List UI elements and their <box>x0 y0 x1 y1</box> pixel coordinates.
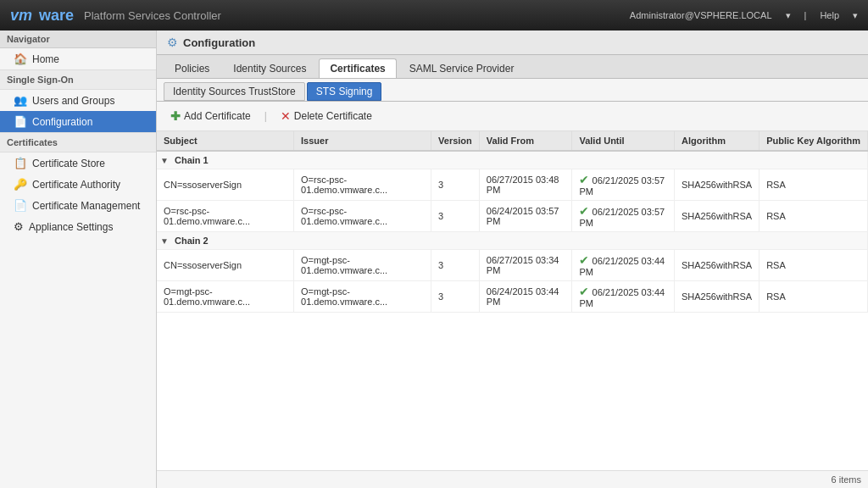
col-issuer: Issuer <box>294 131 431 151</box>
cell-algorithm: SHA256withRSA <box>674 201 759 232</box>
sub-tab-bar: Identity Sources TrustStore STS Signing <box>157 79 868 102</box>
sidebar-label-cert-mgmt: Certificate Management <box>32 200 140 212</box>
delete-icon: ✕ <box>281 109 291 123</box>
chain-row-1[interactable]: ▼ Chain 1 <box>157 151 868 169</box>
header-right: Administrator@VSPHERE.LOCAL ▾ | Help ▾ <box>630 10 858 21</box>
cell-valid-until: ✔ 06/21/2025 03:44 PM <box>572 281 675 313</box>
add-certificate-button[interactable]: ✚ Add Certificate <box>164 107 258 125</box>
sidebar-label-home: Home <box>32 53 59 65</box>
table-row[interactable]: CN=ssoserverSign O=mgt-psc-01.demo.vmwar… <box>157 250 868 281</box>
cell-issuer: O=mgt-psc-01.demo.vmware.c... <box>294 250 431 281</box>
table-row[interactable]: O=rsc-psc-01.demo.vmware.c... O=rsc-psc-… <box>157 201 868 232</box>
cell-valid-from: 06/24/2015 03:57 PM <box>479 201 572 232</box>
table-row[interactable]: CN=ssoserverSign O=rsc-psc-01.demo.vmwar… <box>157 169 868 201</box>
status-ok-icon: ✔ <box>579 285 589 298</box>
config-icon: 📄 <box>14 115 27 128</box>
toolbar: ✚ Add Certificate | ✕ Delete Certificate <box>157 102 868 131</box>
sidebar-label-appliance: Appliance Settings <box>29 221 113 233</box>
toolbar-separator: | <box>264 110 267 122</box>
vm-icon: vm <box>10 7 32 25</box>
help-link[interactable]: Help <box>820 10 839 20</box>
main-layout: Navigator 🏠 Home Single Sign-On 👥 Users … <box>0 30 868 488</box>
sidebar-label-cert-auth: Certificate Authority <box>32 179 120 191</box>
expand-icon[interactable]: ▼ <box>160 236 169 246</box>
cell-algorithm: SHA256withRSA <box>674 281 759 313</box>
sidebar-item-configuration[interactable]: 📄 Configuration <box>0 111 156 132</box>
table-row[interactable]: O=mgt-psc-01.demo.vmware.c... O=mgt-psc-… <box>157 281 868 313</box>
cert-mgmt-icon: 📄 <box>14 199 27 212</box>
cell-algorithm: SHA256withRSA <box>674 250 759 281</box>
col-version: Version <box>431 131 480 151</box>
content-area: ⚙ Configuration Policies Identity Source… <box>157 30 868 488</box>
sidebar-group-sso: Single Sign-On <box>0 69 156 90</box>
delete-certificate-button[interactable]: ✕ Delete Certificate <box>274 107 379 125</box>
cell-valid-until: ✔ 06/21/2025 03:57 PM <box>572 169 675 201</box>
col-valid-until: Valid Until <box>572 131 675 151</box>
sidebar-item-users-groups[interactable]: 👥 Users and Groups <box>0 90 156 111</box>
status-ok-icon: ✔ <box>579 173 589 186</box>
sidebar-label-configuration: Configuration <box>32 116 92 128</box>
certificate-table-container: Subject Issuer Version Valid From Valid … <box>157 131 868 470</box>
cell-version: 3 <box>431 281 480 313</box>
sub-tab-sts-signing[interactable]: STS Signing <box>307 82 382 101</box>
cell-valid-until: ✔ 06/21/2025 03:57 PM <box>572 201 675 232</box>
tab-policies[interactable]: Policies <box>164 58 220 78</box>
cell-public-key: RSA <box>760 169 868 201</box>
cell-version: 3 <box>431 201 480 232</box>
top-header: vmware Platform Services Controller Admi… <box>0 0 868 30</box>
add-icon: ✚ <box>170 109 181 123</box>
cell-public-key: RSA <box>760 250 868 281</box>
tab-bar: Policies Identity Sources Certificates S… <box>157 55 868 79</box>
sidebar-group-certificates: Certificates <box>0 132 156 152</box>
col-algorithm: Algorithm <box>674 131 759 151</box>
expand-icon[interactable]: ▼ <box>160 156 169 165</box>
sub-tab-identity-truststore[interactable]: Identity Sources TrustStore <box>164 82 305 101</box>
cell-valid-from: 06/24/2015 03:44 PM <box>479 281 572 313</box>
status-ok-icon: ✔ <box>579 253 589 267</box>
table-header-row: Subject Issuer Version Valid From Valid … <box>157 131 868 151</box>
cell-valid-from: 06/27/2015 03:34 PM <box>479 250 572 281</box>
cell-algorithm: SHA256withRSA <box>674 169 759 201</box>
col-valid-from: Valid From <box>479 131 572 151</box>
cell-issuer: O=rsc-psc-01.demo.vmware.c... <box>294 201 431 232</box>
cell-subject: CN=ssoserverSign <box>157 169 294 201</box>
table-body: ▼ Chain 1 CN=ssoserverSign O=rsc-psc-01.… <box>157 151 868 313</box>
sidebar-label-users-groups: Users and Groups <box>32 95 114 107</box>
cert-store-icon: 📋 <box>14 157 27 169</box>
user-link[interactable]: Administrator@VSPHERE.LOCAL <box>630 10 772 20</box>
cell-valid-until: ✔ 06/21/2025 03:44 PM <box>572 250 675 281</box>
sidebar-item-certificate-authority[interactable]: 🔑 Certificate Authority <box>0 174 156 195</box>
cell-issuer: O=rsc-psc-01.demo.vmware.c... <box>294 169 431 201</box>
navigator-header: Navigator <box>0 30 156 48</box>
users-icon: 👥 <box>14 94 27 107</box>
cell-subject: O=mgt-psc-01.demo.vmware.c... <box>157 281 294 313</box>
sidebar-item-appliance-settings[interactable]: ⚙ Appliance Settings <box>0 216 156 237</box>
appliance-icon: ⚙ <box>14 220 24 233</box>
cell-public-key: RSA <box>760 281 868 313</box>
cell-subject: CN=ssoserverSign <box>157 250 294 281</box>
tab-identity-sources[interactable]: Identity Sources <box>222 58 317 78</box>
content-header-icon: ⚙ <box>167 36 178 49</box>
vmware-logo: vmware Platform Services Controller <box>10 7 221 25</box>
cell-version: 3 <box>431 250 480 281</box>
cell-public-key: RSA <box>760 201 868 232</box>
sidebar-label-cert-store: Certificate Store <box>32 158 105 169</box>
col-public-key: Public Key Algorithm <box>760 131 868 151</box>
table-footer: 6 items <box>157 470 868 488</box>
add-certificate-label: Add Certificate <box>184 110 251 122</box>
sidebar-item-home[interactable]: 🏠 Home <box>0 48 156 69</box>
chain-label: ▼ Chain 1 <box>157 151 868 169</box>
sidebar-item-certificate-management[interactable]: 📄 Certificate Management <box>0 195 156 216</box>
col-subject: Subject <box>157 131 294 151</box>
cell-valid-from: 06/27/2015 03:48 PM <box>479 169 572 201</box>
chain-row-2[interactable]: ▼ Chain 2 <box>157 232 868 250</box>
home-icon: 🏠 <box>14 53 27 65</box>
item-count: 6 items <box>832 474 861 485</box>
tab-saml-service-provider[interactable]: SAML Service Provider <box>398 58 526 78</box>
sidebar-item-certificate-store[interactable]: 📋 Certificate Store <box>0 152 156 174</box>
certificate-table: Subject Issuer Version Valid From Valid … <box>157 131 868 313</box>
product-title: Platform Services Controller <box>84 9 221 22</box>
content-header: ⚙ Configuration <box>157 30 868 55</box>
cell-subject: O=rsc-psc-01.demo.vmware.c... <box>157 201 294 232</box>
tab-certificates[interactable]: Certificates <box>319 58 396 78</box>
